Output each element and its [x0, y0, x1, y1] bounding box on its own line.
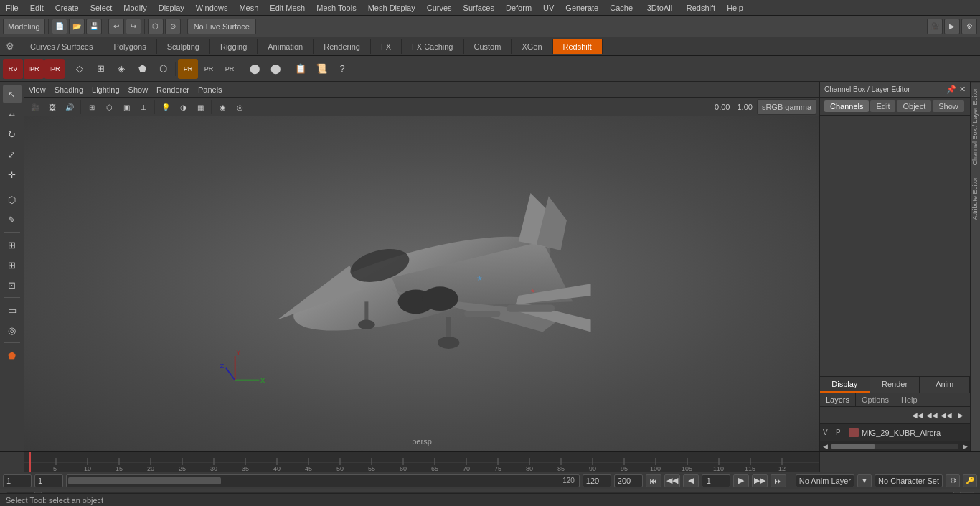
snap-point-btn[interactable]: ⊡	[3, 276, 22, 294]
menu-edit[interactable]: Edit	[24, 2, 50, 14]
rs-icon-8[interactable]: ⬡	[153, 59, 173, 79]
menu-help[interactable]: Help	[721, 2, 749, 14]
menu-cache[interactable]: Cache	[604, 2, 639, 14]
menu-modify[interactable]: Modify	[118, 2, 152, 14]
tab-curves-surfaces[interactable]: Curves / Surfaces	[20, 39, 103, 54]
scroll-right-arrow[interactable]: ▶	[960, 441, 970, 451]
rs-icon-16[interactable]: ?	[332, 59, 352, 79]
rs-icon-2[interactable]: IPR	[24, 59, 44, 79]
vtab-attribute-editor[interactable]: Attribute Editor	[971, 172, 980, 226]
shading-menu[interactable]: Shading	[55, 85, 83, 94]
transform-tool[interactable]: ✛	[3, 165, 22, 184]
rs-icon-5[interactable]: ⊞	[90, 59, 110, 79]
layer-tab-display[interactable]: Display	[820, 377, 870, 393]
cb-tab-channels[interactable]: Channels	[824, 100, 869, 112]
btn-skip-start[interactable]: ⏮	[646, 474, 661, 487]
rotate-tool[interactable]: ↻	[3, 125, 22, 144]
undo-btn[interactable]: ↩	[108, 19, 124, 34]
cb-close-icon[interactable]: ✕	[959, 85, 966, 94]
no-anim-layer-select[interactable]: No Anim Layer	[796, 474, 854, 487]
open-file-btn[interactable]: 📂	[69, 19, 85, 34]
show-hide-btn[interactable]: ▭	[3, 301, 22, 319]
vp-img-btn[interactable]: 🖼	[44, 100, 60, 114]
cb-tab-edit[interactable]: Edit	[870, 100, 895, 112]
tab-custom[interactable]: Custom	[464, 39, 512, 54]
btn-next-frame[interactable]: ▶▶	[752, 474, 768, 487]
paint-tool[interactable]: ✎	[3, 210, 22, 229]
anim-end-field[interactable]: 120	[583, 474, 611, 487]
select-tool-btn[interactable]: ⬡	[148, 19, 164, 34]
current-frame-display[interactable]: 1	[702, 474, 730, 487]
tab-rigging[interactable]: Rigging	[210, 39, 258, 54]
move-tool[interactable]: ↔	[3, 105, 22, 123]
tab-rendering[interactable]: Rendering	[314, 39, 371, 54]
frame-current-field[interactable]: 1	[34, 474, 63, 487]
vp-iso-btn[interactable]: ◉	[215, 100, 230, 114]
tab-fx-caching[interactable]: FX Caching	[402, 39, 463, 54]
layer-vis-btn[interactable]: ◀◀	[940, 409, 953, 422]
btn-prev-frame[interactable]: ◀	[683, 474, 699, 487]
tab-xgen[interactable]: XGen	[512, 39, 552, 54]
frame-start-field[interactable]: 1	[3, 474, 32, 487]
panels-menu[interactable]: Panels	[198, 85, 222, 94]
scroll-left-arrow[interactable]: ◀	[820, 441, 830, 451]
snap-curve-btn[interactable]: ⊞	[3, 256, 22, 274]
menu-windows[interactable]: Windows	[190, 2, 234, 14]
menu-uv[interactable]: UV	[537, 2, 560, 14]
rs-icon-7[interactable]: ⬟	[132, 59, 152, 79]
options-sub-tab[interactable]: Options	[856, 393, 895, 406]
scale-tool[interactable]: ⤢	[3, 145, 22, 164]
scroll-track[interactable]	[831, 444, 958, 449]
vp-norm-btn[interactable]: ⊥	[136, 100, 151, 114]
renderer-menu[interactable]: Renderer	[156, 85, 189, 94]
menu-3dtoall[interactable]: -3DtoAll-	[639, 2, 681, 14]
menu-create[interactable]: Create	[50, 2, 85, 14]
vp-grid-btn[interactable]: ⊞	[84, 100, 100, 114]
scroll-thumb[interactable]	[831, 444, 875, 449]
redo-btn[interactable]: ↪	[126, 19, 141, 34]
lighting-menu[interactable]: Lighting	[92, 85, 120, 94]
save-file-btn[interactable]: 💾	[86, 19, 102, 34]
vp-tex-btn[interactable]: ▦	[192, 100, 208, 114]
btn-step-back[interactable]: ◀◀	[664, 474, 680, 487]
btn-skip-end[interactable]: ⏭	[771, 474, 786, 487]
vp-audio-btn[interactable]: 🔊	[62, 100, 77, 114]
tab-sculpting[interactable]: Sculpting	[157, 39, 210, 54]
menu-mesh-tools[interactable]: Mesh Tools	[311, 2, 362, 14]
rs-icon-12[interactable]: ⬤	[245, 59, 265, 79]
tab-fx[interactable]: FX	[371, 39, 402, 54]
vp-xray-btn[interactable]: ◎	[232, 100, 248, 114]
tab-polygons[interactable]: Polygons	[103, 39, 156, 54]
select-tool[interactable]: ↖	[3, 85, 22, 103]
show-menu[interactable]: Show	[128, 85, 149, 94]
layer-row[interactable]: V P MiG_29_KUBR_Aircra	[820, 424, 970, 441]
tab-redshift[interactable]: Redshift	[553, 39, 603, 54]
workspace-dropdown[interactable]: Modeling	[3, 19, 45, 34]
menu-display[interactable]: Display	[153, 2, 190, 14]
menu-file[interactable]: File	[0, 2, 24, 14]
color-space-dropdown[interactable]: sRGB gamma	[757, 99, 816, 115]
layer-tab-render[interactable]: Render	[870, 377, 920, 393]
rs-icon-11[interactable]: PR	[220, 59, 240, 79]
anim-layer-add-btn[interactable]: ▼	[857, 474, 872, 487]
layer-tab-anim[interactable]: Anim	[920, 377, 970, 393]
help-sub-tab[interactable]: Help	[895, 393, 923, 406]
viewport[interactable]: ★ ★ X Z Y persp	[24, 116, 819, 451]
rs-icon-13[interactable]: ⬤	[265, 59, 286, 79]
char-set-btn[interactable]: ⚙	[946, 474, 960, 487]
rs-icon-15[interactable]: 📜	[311, 59, 331, 79]
settings-icon[interactable]: ⚙	[0, 37, 20, 56]
vp-poly-btn[interactable]: ▣	[118, 100, 134, 114]
menu-select[interactable]: Select	[85, 2, 118, 14]
menu-deform[interactable]: Deform	[500, 2, 537, 14]
menu-surfaces[interactable]: Surfaces	[458, 2, 500, 14]
vtab-channel-box[interactable]: Channel Box / Layer Editor	[971, 82, 980, 172]
time-ruler[interactable]: 5 10 15 20 25 30 35 40 45 50 55 60 65 70	[24, 452, 819, 472]
layer-del-btn[interactable]: ◀◀	[925, 409, 938, 422]
menu-generate[interactable]: Generate	[560, 2, 604, 14]
no-char-set-select[interactable]: No Character Set	[875, 474, 943, 487]
fps-field[interactable]: 200	[614, 474, 643, 487]
soft-select-btn[interactable]: ⬡	[3, 190, 22, 209]
layer-scrollbar[interactable]: ◀ ▶	[820, 441, 970, 451]
rs-icon-10[interactable]: PR	[199, 59, 219, 79]
